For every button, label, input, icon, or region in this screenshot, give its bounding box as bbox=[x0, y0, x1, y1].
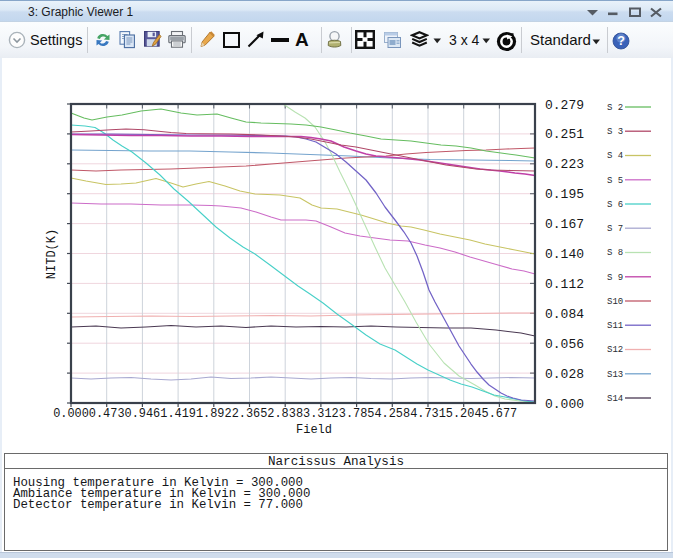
svg-text:0.223: 0.223 bbox=[545, 157, 584, 172]
svg-text:NITD(K): NITD(K) bbox=[45, 229, 59, 279]
svg-text:S11: S11 bbox=[607, 321, 623, 331]
svg-text:2.365: 2.365 bbox=[232, 407, 268, 421]
svg-text:1.892: 1.892 bbox=[196, 407, 232, 421]
svg-text:S 9: S 9 bbox=[607, 273, 623, 283]
svg-text:5.677: 5.677 bbox=[482, 407, 518, 421]
svg-text:3.312: 3.312 bbox=[303, 407, 339, 421]
svg-text:0.473: 0.473 bbox=[89, 407, 125, 421]
svg-text:0.946: 0.946 bbox=[125, 407, 161, 421]
svg-text:0.000: 0.000 bbox=[53, 407, 89, 421]
svg-text:S12: S12 bbox=[607, 345, 623, 355]
svg-text:0.028: 0.028 bbox=[545, 367, 584, 382]
svg-text:S 8: S 8 bbox=[607, 248, 623, 258]
svg-text:0.251: 0.251 bbox=[545, 127, 584, 142]
svg-text:S 6: S 6 bbox=[607, 200, 623, 210]
svg-text:1.419: 1.419 bbox=[160, 407, 196, 421]
svg-text:Field: Field bbox=[296, 423, 332, 437]
svg-text:0.056: 0.056 bbox=[545, 337, 584, 352]
svg-text:0.000: 0.000 bbox=[545, 397, 584, 412]
svg-text:0.084: 0.084 bbox=[545, 307, 584, 322]
svg-text:S 5: S 5 bbox=[607, 176, 623, 186]
svg-text:0.112: 0.112 bbox=[545, 277, 584, 292]
svg-text:S13: S13 bbox=[607, 370, 623, 380]
svg-text:5.204: 5.204 bbox=[446, 407, 482, 421]
svg-text:S 2: S 2 bbox=[607, 103, 623, 113]
svg-text:3.785: 3.785 bbox=[339, 407, 375, 421]
svg-text:0.140: 0.140 bbox=[545, 247, 584, 262]
svg-text:0.195: 0.195 bbox=[545, 187, 584, 202]
svg-text:S 4: S 4 bbox=[607, 151, 623, 161]
svg-text:S10: S10 bbox=[607, 297, 623, 307]
svg-text:4.731: 4.731 bbox=[410, 407, 446, 421]
svg-text:S 3: S 3 bbox=[607, 127, 623, 137]
svg-text:0.167: 0.167 bbox=[545, 217, 584, 232]
svg-text:S14: S14 bbox=[607, 394, 623, 404]
svg-text:0.279: 0.279 bbox=[545, 98, 584, 113]
svg-text:S 7: S 7 bbox=[607, 224, 623, 234]
svg-text:4.258: 4.258 bbox=[374, 407, 410, 421]
svg-text:2.838: 2.838 bbox=[267, 407, 303, 421]
